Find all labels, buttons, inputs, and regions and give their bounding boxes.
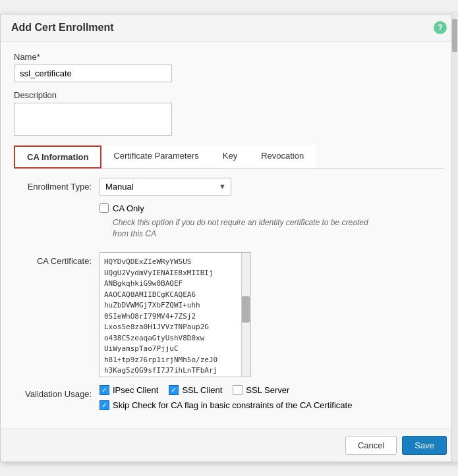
enrollment-type-content: Manual SCEP EST ▼ [100,178,444,196]
dialog-body: Name* Description CA Information Certifi… [1,41,457,429]
validation-usage-content: ✓ IPsec Client ✓ SSL Client SSL Server [100,385,444,410]
add-cert-enrollment-dialog: Add Cert Enrollment ? Name* Description … [0,14,458,463]
ca-only-label: CA Only [113,203,144,213]
page-scrollbar-track[interactable] [451,14,458,463]
name-input[interactable] [14,65,172,82]
ssl-server-label: SSL Server [246,385,289,395]
ca-certificate-content: HQYDvQDExZIeWRyYW5US UQgU2VydmVyIENAIE8x… [100,252,444,377]
cert-line-11: h3Kag5zQG9sfI7J7ihLnTFbArj [104,365,246,377]
ssl-client-label: SSL Client [182,385,222,395]
ssl-client-checkbox[interactable]: ✓ [169,385,179,395]
ca-certificate-box[interactable]: HQYDvQDExZIeWRyYW5US UQgU2VydmVyIENAIE8x… [100,252,251,377]
save-button[interactable]: Save [402,436,447,455]
tab-key[interactable]: Key [211,145,249,168]
cert-line-7: Lxos5e8za0H1JVVzTNPaup2G [104,322,246,333]
description-input[interactable] [14,103,172,136]
ca-only-checkbox[interactable] [100,203,109,213]
dialog-footer: Cancel Save [1,429,457,462]
enrollment-type-row: Enrollment Type: Manual SCEP EST ▼ [14,178,444,196]
cert-line-12: NZlDe-Zaa-Orv... [104,377,246,378]
skip-check-label: Skip Check for CA flag in basic constrai… [113,400,352,410]
cert-line-9: UiWyamspTao7PjjuC [104,344,246,355]
tab-revocation[interactable]: Revocation [249,145,316,168]
name-field-group: Name* [14,52,444,82]
dialog-wrapper: Add Cert Enrollment ? Name* Description … [0,14,458,463]
cancel-button[interactable]: Cancel [345,436,397,455]
ca-only-row: CA Only Check this option if you do not … [14,203,444,245]
cert-line-8: o438C5zeaqaGtyUshV8D0xw [104,333,246,344]
page-scrollbar-thumb[interactable] [452,19,457,52]
dialog-title: Add Cert Enrollment [11,22,114,34]
validation-usage-label: Validation Usage: [14,385,100,399]
cert-line-2: UQgU2VydmVyIENAIE8xMIIBIj [104,268,246,279]
cert-line-5: huZbDVWMGj7XbFZQWI+uhh [104,300,246,311]
description-field-group: Description [14,90,444,138]
ipsec-client-group: ✓ IPsec Client [100,385,158,395]
ca-certificate-row: CA Certificate: HQYDvQDExZIeWRyYW5US UQg… [14,252,444,377]
cert-line-3: ANBgkqhkiG9w0BAQEF [104,278,246,290]
ca-only-checkbox-row: CA Only [100,203,444,213]
cert-scrollbar-track[interactable] [241,253,250,377]
ssl-server-group: SSL Server [233,385,289,395]
cert-line-4: AAOCAQ8AMIIBCgKCAQEA6 [104,290,246,301]
tab-row: CA Information Certificate Parameters Ke… [14,145,444,169]
cert-line-10: h81+tp9z76rp1irjNMh5o/zeJ0 [104,355,246,366]
ca-only-help-text: Check this option if you do not require … [113,217,376,240]
cert-line-1: HQYDvQDExZIeWRyYW5US [104,257,246,268]
enrollment-type-select[interactable]: Manual SCEP EST [100,178,231,196]
tab-ca-information[interactable]: CA Information [14,145,101,169]
name-label: Name* [14,52,444,62]
skip-check-checkbox[interactable]: ✓ [100,400,109,410]
cert-text-content: HQYDvQDExZIeWRyYW5US UQgU2VydmVyIENAIE8x… [100,253,250,377]
skip-check-row: ✓ Skip Check for CA flag in basic constr… [100,400,444,410]
validation-checkboxes-row: ✓ IPsec Client ✓ SSL Client SSL Server [100,385,444,395]
ssl-server-checkbox[interactable] [233,385,243,395]
ca-info-content: Enrollment Type: Manual SCEP EST ▼ [14,178,444,411]
ca-only-content: CA Only Check this option if you do not … [100,203,444,245]
cert-scrollbar-thumb[interactable] [242,296,250,323]
ipsec-client-checkbox[interactable]: ✓ [100,385,109,395]
enrollment-type-label: Enrollment Type: [14,178,100,192]
cert-line-6: 0SIeWhO8rI79MV4+7ZSj2 [104,311,246,323]
ca-certificate-label: CA Certificate: [14,252,100,266]
enrollment-type-dropdown-wrapper: Manual SCEP EST ▼ [100,178,231,196]
validation-usage-row: Validation Usage: ✓ IPsec Client ✓ SSL C… [14,385,444,410]
dialog-header: Add Cert Enrollment ? [1,14,457,41]
help-icon[interactable]: ? [434,21,447,34]
ipsec-client-label: IPsec Client [113,385,158,395]
tab-certificate-parameters[interactable]: Certificate Parameters [101,145,210,168]
ca-only-spacer [14,203,100,207]
description-label: Description [14,90,444,100]
ssl-client-group: ✓ SSL Client [169,385,222,395]
